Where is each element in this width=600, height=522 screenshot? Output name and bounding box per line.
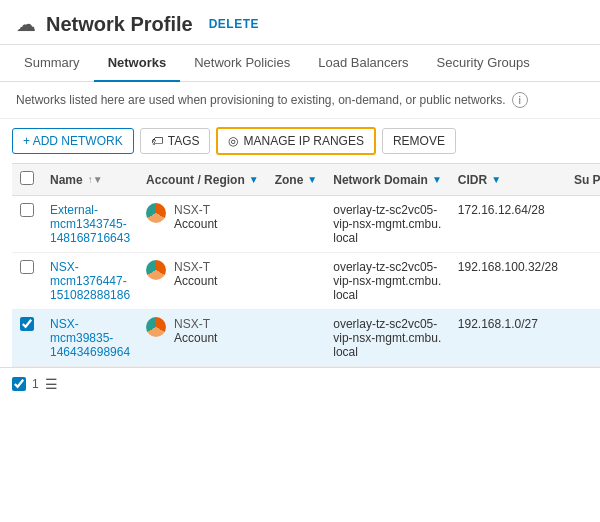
network-name-link-0[interactable]: External-mcm1343745-148168716643 (50, 203, 130, 245)
cell-subnet-0 (566, 196, 600, 253)
tab-load-balancers[interactable]: Load Balancers (304, 45, 422, 82)
tab-summary[interactable]: Summary (10, 45, 94, 82)
selected-count: 1 (32, 377, 39, 391)
cell-checkbox-1[interactable] (12, 253, 42, 310)
manage-ip-ranges-button[interactable]: ◎ MANAGE IP RANGES (216, 127, 375, 155)
row-checkbox-1[interactable] (20, 260, 34, 274)
sort-icon[interactable]: ↑▼ (88, 174, 103, 185)
delete-link[interactable]: DELETE (209, 17, 259, 31)
table-footer: 1 ☰ (0, 367, 600, 400)
account-type-0: NSX-T (174, 203, 217, 217)
network-name-link-2[interactable]: NSX-mcm39835-146434698964 (50, 317, 130, 359)
account-type-1: NSX-T (174, 260, 217, 274)
th-cidr: CIDR ▼ (450, 164, 566, 196)
filter-icon[interactable]: ▼ (491, 174, 501, 185)
info-text: Networks listed here are used when provi… (16, 93, 506, 107)
cell-network-domain-1: overlay-tz-sc2vc05-vip-nsx-mgmt.cmbu.loc… (325, 253, 450, 310)
columns-icon[interactable]: ☰ (45, 376, 58, 392)
tag-icon: 🏷 (151, 134, 163, 148)
select-all-checkbox[interactable] (20, 171, 34, 185)
account-name-1: Account (174, 274, 217, 288)
account-type-2: NSX-T (174, 317, 217, 331)
cell-name-2: NSX-mcm39835-146434698964 (42, 310, 138, 367)
row-checkbox-0[interactable] (20, 203, 34, 217)
account-name-0: Account (174, 217, 217, 231)
ip-icon: ◎ (228, 134, 238, 148)
account-name-2: Account (174, 331, 217, 345)
remove-button[interactable]: REMOVE (382, 128, 456, 154)
cell-cidr-1: 192.168.100.32/28 (450, 253, 566, 310)
cell-cidr-2: 192.168.1.0/27 (450, 310, 566, 367)
tab-bar: Summary Networks Network Policies Load B… (0, 45, 600, 82)
tab-security-groups[interactable]: Security Groups (423, 45, 544, 82)
add-network-button[interactable]: + ADD NETWORK (12, 128, 134, 154)
cell-name-0: External-mcm1343745-148168716643 (42, 196, 138, 253)
row-checkbox-2[interactable] (20, 317, 34, 331)
filter-icon[interactable]: ▼ (307, 174, 317, 185)
cell-subnet-2 (566, 310, 600, 367)
cell-account-2: NSX-T Account (138, 310, 267, 367)
th-checkbox (12, 164, 42, 196)
networks-table: Name ↑▼ Account / Region ▼ Zone ▼ (0, 163, 600, 367)
th-account-region: Account / Region ▼ (138, 164, 267, 196)
table-row: NSX-mcm39835-146434698964 NSX-T Account … (12, 310, 600, 367)
th-zone: Zone ▼ (267, 164, 326, 196)
cell-account-0: NSX-T Account (138, 196, 267, 253)
tab-networks[interactable]: Networks (94, 45, 181, 82)
cell-zone-1 (267, 253, 326, 310)
cloud-icon: ☁ (16, 12, 36, 36)
nsx-icon-0 (146, 203, 166, 223)
th-network-domain: Network Domain ▼ (325, 164, 450, 196)
table-row: NSX-mcm1376447-151082888186 NSX-T Accoun… (12, 253, 600, 310)
filter-icon[interactable]: ▼ (432, 174, 442, 185)
page-header: ☁ Network Profile DELETE (0, 0, 600, 45)
cell-cidr-0: 172.16.12.64/28 (450, 196, 566, 253)
page-title: Network Profile (46, 13, 193, 36)
filter-icon[interactable]: ▼ (249, 174, 259, 185)
cell-zone-2 (267, 310, 326, 367)
cell-network-domain-2: overlay-tz-sc2vc05-vip-nsx-mgmt.cmbu.loc… (325, 310, 450, 367)
tab-network-policies[interactable]: Network Policies (180, 45, 304, 82)
table-header-row: Name ↑▼ Account / Region ▼ Zone ▼ (12, 164, 600, 196)
tags-button[interactable]: 🏷 TAGS (140, 128, 211, 154)
cell-subnet-1 (566, 253, 600, 310)
network-name-link-1[interactable]: NSX-mcm1376447-151082888186 (50, 260, 130, 302)
nsx-icon-2 (146, 317, 166, 337)
cell-zone-0 (267, 196, 326, 253)
toolbar: + ADD NETWORK 🏷 TAGS ◎ MANAGE IP RANGES … (0, 119, 600, 163)
cell-checkbox-2[interactable] (12, 310, 42, 367)
cell-account-1: NSX-T Account (138, 253, 267, 310)
th-name: Name ↑▼ (42, 164, 138, 196)
info-icon[interactable]: i (512, 92, 528, 108)
table-row: External-mcm1343745-148168716643 NSX-T A… (12, 196, 600, 253)
th-subnet: Su Pu (566, 164, 600, 196)
info-bar: Networks listed here are used when provi… (0, 82, 600, 119)
nsx-icon-1 (146, 260, 166, 280)
cell-network-domain-0: overlay-tz-sc2vc05-vip-nsx-mgmt.cmbu.loc… (325, 196, 450, 253)
footer-checkbox[interactable] (12, 377, 26, 391)
cell-checkbox-0[interactable] (12, 196, 42, 253)
cell-name-1: NSX-mcm1376447-151082888186 (42, 253, 138, 310)
